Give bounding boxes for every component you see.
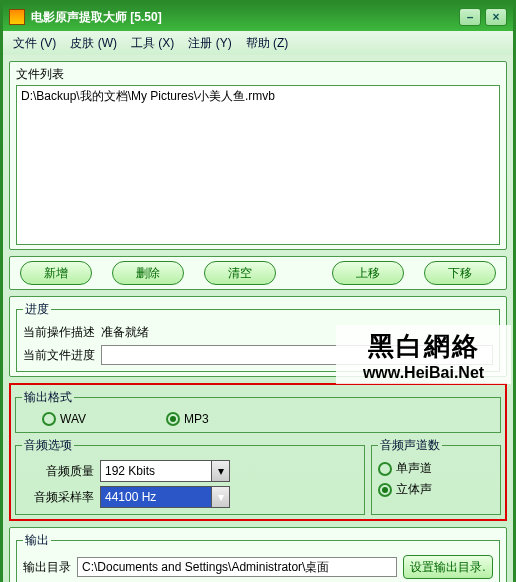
menu-file[interactable]: 文件 (V) bbox=[13, 35, 56, 52]
moveup-button[interactable]: 上移 bbox=[332, 261, 404, 285]
radio-wav[interactable]: WAV bbox=[42, 412, 86, 426]
window-title: 电影原声提取大师 [5.50] bbox=[31, 9, 162, 26]
titlebar[interactable]: 电影原声提取大师 [5.50] – × bbox=[3, 3, 513, 31]
minimize-button[interactable]: – bbox=[459, 8, 481, 26]
movedown-button[interactable]: 下移 bbox=[424, 261, 496, 285]
outformat-legend: 输出格式 bbox=[22, 389, 74, 406]
menu-tools[interactable]: 工具 (X) bbox=[131, 35, 174, 52]
clear-button[interactable]: 清空 bbox=[204, 261, 276, 285]
channels-legend: 音频声道数 bbox=[378, 437, 442, 454]
filelist-label: 文件列表 bbox=[16, 66, 500, 83]
watermark-url: www.HeiBai.Net bbox=[338, 364, 509, 382]
quality-combo[interactable]: 192 Kbits ▾ bbox=[100, 460, 230, 482]
add-button[interactable]: 新增 bbox=[20, 261, 92, 285]
filelist-panel: 文件列表 D:\Backup\我的文档\My Pictures\小美人鱼.rmv… bbox=[9, 61, 507, 250]
app-icon bbox=[9, 9, 25, 25]
radio-icon bbox=[378, 483, 392, 497]
filelist-box[interactable]: D:\Backup\我的文档\My Pictures\小美人鱼.rmvb bbox=[16, 85, 500, 245]
client-area: 文件列表 D:\Backup\我的文档\My Pictures\小美人鱼.rmv… bbox=[3, 55, 513, 582]
watermark-text: 黑白網絡 bbox=[338, 329, 509, 364]
app-window: 电影原声提取大师 [5.50] – × 文件 (V) 皮肤 (W) 工具 (X)… bbox=[0, 0, 516, 582]
rate-combo[interactable]: 44100 Hz ▾ bbox=[100, 486, 230, 508]
button-row: 新增 删除 清空 上移 下移 bbox=[9, 256, 507, 290]
menu-skin[interactable]: 皮肤 (W) bbox=[70, 35, 117, 52]
radio-mono[interactable]: 单声道 bbox=[378, 460, 432, 477]
audioopt-legend: 音频选项 bbox=[22, 437, 74, 454]
output-fieldset: 输出 输出目录 C:\Documents and Settings\Admini… bbox=[16, 532, 500, 582]
output-legend: 输出 bbox=[23, 532, 51, 549]
rate-label: 音频采样率 bbox=[22, 489, 94, 506]
menu-help[interactable]: 帮助 (Z) bbox=[246, 35, 289, 52]
chevron-down-icon: ▾ bbox=[211, 487, 229, 507]
progress-legend: 进度 bbox=[23, 301, 51, 318]
outformat-fieldset: 输出格式 WAV MP3 bbox=[15, 389, 501, 433]
radio-icon bbox=[42, 412, 56, 426]
radio-icon bbox=[166, 412, 180, 426]
op-label: 当前操作描述 bbox=[23, 324, 95, 341]
menubar: 文件 (V) 皮肤 (W) 工具 (X) 注册 (Y) 帮助 (Z) bbox=[3, 31, 513, 55]
highlight-box: 黑白網絡 www.HeiBai.Net 输出格式 WAV MP3 bbox=[9, 383, 507, 521]
set-outdir-button[interactable]: 设置输出目录. bbox=[403, 555, 493, 579]
output-panel: 输出 输出目录 C:\Documents and Settings\Admini… bbox=[9, 527, 507, 582]
watermark: 黑白網絡 www.HeiBai.Net bbox=[336, 325, 511, 384]
radio-mp3[interactable]: MP3 bbox=[166, 412, 209, 426]
op-value: 准备就绪 bbox=[101, 324, 149, 341]
menu-register[interactable]: 注册 (Y) bbox=[188, 35, 231, 52]
close-button[interactable]: × bbox=[485, 8, 507, 26]
delete-button[interactable]: 删除 bbox=[112, 261, 184, 285]
radio-stereo[interactable]: 立体声 bbox=[378, 481, 432, 498]
chevron-down-icon: ▾ bbox=[211, 461, 229, 481]
outdir-field[interactable]: C:\Documents and Settings\Administrator\… bbox=[77, 557, 397, 577]
radio-icon bbox=[378, 462, 392, 476]
fileprog-label: 当前文件进度 bbox=[23, 347, 95, 364]
channels-fieldset: 音频声道数 单声道 立体声 bbox=[371, 437, 501, 515]
audioopt-fieldset: 音频选项 音频质量 192 Kbits ▾ 音频采样率 44100 Hz ▾ bbox=[15, 437, 365, 515]
outdir-label: 输出目录 bbox=[23, 559, 71, 576]
list-item[interactable]: D:\Backup\我的文档\My Pictures\小美人鱼.rmvb bbox=[21, 88, 495, 105]
quality-label: 音频质量 bbox=[22, 463, 94, 480]
